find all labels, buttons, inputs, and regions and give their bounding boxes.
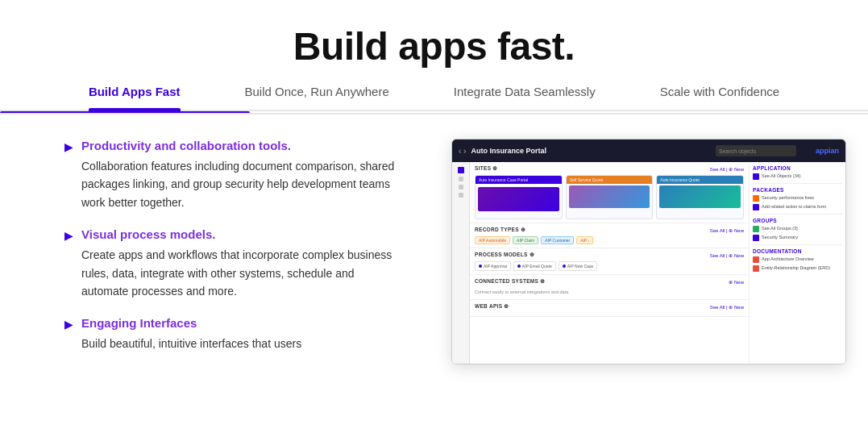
see-all-objects[interactable]: See All Objects (34)	[753, 173, 842, 180]
tab-build-once-run-anywhere[interactable]: Build Once, Run Anywhere	[245, 85, 389, 110]
doc-icon-1	[753, 256, 759, 263]
package-item-1[interactable]: Security performance fixes	[753, 195, 842, 202]
site-card-3-body	[657, 184, 743, 210]
app-body: SITES ⊕ See All | ⊕ New Auto Insurance C…	[452, 162, 845, 364]
connected-systems-desc: Connect easily to external integrations …	[475, 288, 744, 296]
group-label-1: See All Groups (3)	[762, 226, 798, 231]
doc-icon-2	[753, 265, 759, 272]
web-apis-see-all[interactable]: See All | ⊕ New	[710, 304, 744, 310]
feature-visual-process-content: Visual process models. Create apps and w…	[81, 227, 403, 300]
connected-systems-section: CONNECTED SYSTEMS ⊕ ⊕ New Connect easily…	[470, 275, 749, 300]
see-all-objects-label: See All Objects (34)	[762, 173, 801, 179]
record-types-header: RECORD TYPES ⊕ See All | ⊕ New	[475, 227, 744, 233]
doc-item-2[interactable]: Entity-Relationship Diagram (ERD)	[753, 265, 842, 272]
feature-engaging-interfaces: ▶ Engaging Interfaces Build beautiful, i…	[64, 316, 403, 352]
site-card-2: Self Service Quote	[566, 175, 654, 219]
feature-engaging-interfaces-desc: Build beautiful, intuitive interfaces th…	[81, 335, 301, 352]
tab-integrate-data-seamlessly[interactable]: Integrate Data Seamlessly	[454, 85, 596, 110]
sites-section: SITES ⊕ See All | ⊕ New Auto Insurance C…	[470, 162, 749, 223]
topbar-search[interactable]: Search objects	[716, 145, 796, 156]
record-type-tags: AIP Automobile AIP Claim AIP Customer AI…	[475, 236, 744, 244]
see-all-objects-icon	[753, 173, 759, 180]
process-models-header: PROCESS MODELS ⊕ See All | ⊕ New	[475, 252, 744, 258]
web-apis-label: WEB APIS ⊕	[475, 303, 509, 310]
site-card-2-title: Self Service Quote	[570, 177, 604, 182]
process-new-case: AIP New Case	[559, 261, 597, 271]
process-approval: AIP Approval	[475, 261, 511, 271]
package-icon-2	[753, 204, 759, 210]
sites-see-all[interactable]: See All | ⊕ New	[710, 166, 744, 172]
package-label-2: Add related action to claims form	[762, 204, 826, 210]
process-email-label: AIP Email Quote	[522, 264, 552, 269]
feature-visual-process: ▶ Visual process models. Create apps and…	[64, 227, 403, 300]
package-label-1: Security performance fixes	[762, 195, 814, 201]
bullet-icon-3: ▶	[64, 318, 73, 352]
appian-logo: appian	[816, 147, 839, 155]
back-arrow-icon: ‹ ›	[459, 147, 466, 156]
packages-section-title: PACKAGES	[753, 187, 842, 193]
feature-engaging-interfaces-title[interactable]: Engaging Interfaces	[81, 316, 301, 330]
screenshot-panel: ‹ › Auto Insurance Portal Search objects…	[451, 139, 846, 364]
package-icon-1	[753, 195, 759, 202]
features-panel: ▶ Productivity and collaboration tools. …	[64, 139, 403, 364]
divider-2	[753, 214, 842, 214]
application-section-title: APPLICATION	[753, 165, 842, 171]
tab-scale-with-confidence[interactable]: Scale with Confidence	[660, 85, 779, 110]
doc-label-1: App Architecture Overview	[762, 256, 814, 262]
web-apis-section: WEB APIS ⊕ See All | ⊕ New	[470, 300, 749, 317]
feature-productivity: ▶ Productivity and collaboration tools. …	[64, 139, 403, 211]
main-content: ▶ Productivity and collaboration tools. …	[0, 115, 868, 381]
process-dot-3	[563, 264, 566, 268]
package-item-2[interactable]: Add related action to claims form	[753, 204, 842, 210]
sites-header: SITES ⊕ See All | ⊕ New	[475, 165, 744, 172]
feature-productivity-title[interactable]: Productivity and collaboration tools.	[81, 139, 403, 152]
process-models-see-all[interactable]: See All | ⊕ New	[710, 252, 744, 258]
site-card-3-img	[659, 185, 741, 208]
bullet-icon-2: ▶	[64, 229, 73, 300]
sites-label: SITES ⊕	[475, 165, 498, 172]
process-email: AIP Email Quote	[513, 261, 556, 271]
group-label-2: Security Summary	[762, 235, 798, 240]
documentation-section-title: DOCUMENTATION	[753, 248, 842, 254]
site-card-3: Auto Insurance Quote	[656, 175, 744, 219]
feature-engaging-interfaces-content: Engaging Interfaces Build beautiful, int…	[81, 316, 301, 352]
sidebar-dot-2	[459, 185, 463, 190]
record-types-label: RECORD TYPES ⊕	[475, 227, 525, 233]
feature-visual-process-title[interactable]: Visual process models.	[81, 227, 403, 241]
app-screenshot: ‹ › Auto Insurance Portal Search objects…	[451, 139, 846, 364]
process-dot-1	[479, 264, 482, 268]
bullet-icon: ▶	[64, 140, 73, 211]
connected-systems-new[interactable]: ⊕ New	[729, 279, 744, 285]
group-item-1[interactable]: See All Groups (3)	[753, 226, 842, 232]
site-card-2-body	[567, 184, 653, 210]
group-item-2[interactable]: Security Summary	[753, 235, 842, 241]
doc-item-1[interactable]: App Architecture Overview	[753, 256, 842, 263]
web-apis-header: WEB APIS ⊕ See All | ⊕ New	[475, 303, 744, 310]
record-tag-claim: AIP Claim	[513, 236, 538, 244]
groups-section-title: GROUPS	[753, 218, 842, 223]
group-icon-2	[753, 235, 759, 241]
tab-build-apps-fast[interactable]: Build Apps Fast	[89, 85, 181, 110]
site-card-3-title: Auto Insurance Quote	[660, 177, 700, 182]
sidebar-dot-3	[459, 193, 463, 198]
feature-productivity-desc: Collaboration features including documen…	[81, 157, 403, 211]
process-models-label: PROCESS MODELS ⊕	[475, 252, 534, 258]
site-card-1: Auto Insurance Case Portal	[475, 175, 563, 219]
site-card-1-title: Auto Insurance Case Portal	[479, 177, 528, 182]
app-right-panel: APPLICATION See All Objects (34) PACKAGE…	[749, 162, 845, 364]
sidebar-dot-active	[458, 167, 464, 173]
process-models-section: PROCESS MODELS ⊕ See All | ⊕ New AIP App…	[470, 248, 749, 275]
app-main-content: SITES ⊕ See All | ⊕ New Auto Insurance C…	[470, 162, 749, 364]
app-screen: ‹ › Auto Insurance Portal Search objects…	[452, 140, 845, 364]
divider-3	[753, 244, 842, 245]
tab-navigation: Build Apps Fast Build Once, Run Anywhere…	[0, 85, 868, 111]
site-card-2-header: Self Service Quote	[567, 176, 653, 184]
record-tag-customer: AIP Customer	[541, 236, 574, 244]
group-icon-1	[753, 226, 759, 232]
app-topbar: ‹ › Auto Insurance Portal Search objects…	[452, 140, 845, 162]
site-card-1-body	[476, 184, 562, 213]
feature-productivity-content: Productivity and collaboration tools. Co…	[81, 139, 403, 211]
app-topbar-title: Auto Insurance Portal	[471, 147, 711, 155]
connected-systems-header: CONNECTED SYSTEMS ⊕ ⊕ New	[475, 278, 744, 285]
record-types-see-all[interactable]: See All | ⊕ New	[710, 227, 744, 233]
